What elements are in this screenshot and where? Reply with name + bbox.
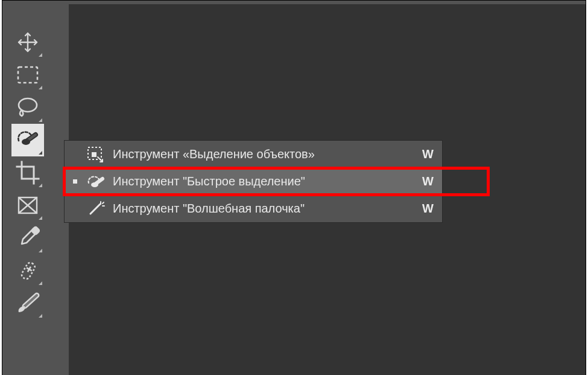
lasso-tool[interactable] <box>11 91 44 124</box>
frame-icon <box>17 196 39 215</box>
crop-tool[interactable] <box>11 156 44 189</box>
app-window: Инструмент «Выделение объектов» W Инстру… <box>2 1 586 375</box>
move-icon <box>16 31 39 54</box>
svg-rect-8 <box>31 226 40 235</box>
move-tool[interactable] <box>11 26 44 59</box>
healing-brush-icon <box>16 258 40 283</box>
flyout-item-label: Инструмент "Быстрое выделение" <box>113 175 404 188</box>
brush-icon <box>15 292 40 315</box>
tool-flyout-menu: Инструмент «Выделение объектов» W Инстру… <box>64 140 443 223</box>
flyout-item-shortcut: W <box>410 147 434 161</box>
eyedropper-tool[interactable] <box>11 222 44 254</box>
crop-icon <box>16 161 40 185</box>
flyout-item-shortcut: W <box>410 175 434 188</box>
svg-point-14 <box>91 182 98 187</box>
marquee-tool[interactable] <box>11 59 44 91</box>
active-marker <box>71 179 79 184</box>
healing-brush-tool[interactable] <box>11 254 44 287</box>
flyout-item-label: Инструмент "Волшебная палочка" <box>113 202 404 216</box>
eyedropper-icon <box>16 226 40 250</box>
object-selection-icon <box>85 146 107 163</box>
quick-selection-icon <box>85 173 107 190</box>
flyout-item-quick-selection[interactable]: Инструмент "Быстрое выделение" W <box>65 168 442 195</box>
marquee-icon <box>17 66 39 84</box>
flyout-item-object-selection[interactable]: Инструмент «Выделение объектов» W <box>65 141 442 168</box>
quick-selection-icon <box>15 129 40 152</box>
frame-tool[interactable] <box>11 189 44 222</box>
flyout-item-shortcut: W <box>410 202 434 216</box>
svg-line-15 <box>90 204 100 214</box>
magic-wand-icon <box>85 200 107 217</box>
svg-point-4 <box>22 139 30 145</box>
brush-tool[interactable] <box>11 287 44 319</box>
flyout-item-label: Инструмент «Выделение объектов» <box>113 147 404 161</box>
quick-selection-tool[interactable] <box>11 124 44 156</box>
lasso-icon <box>16 97 40 118</box>
svg-line-17 <box>103 202 104 204</box>
flyout-item-magic-wand[interactable]: Инструмент "Волшебная палочка" W <box>65 195 442 222</box>
svg-rect-2 <box>18 67 37 83</box>
svg-rect-13 <box>92 152 96 157</box>
tools-panel <box>10 4 46 375</box>
